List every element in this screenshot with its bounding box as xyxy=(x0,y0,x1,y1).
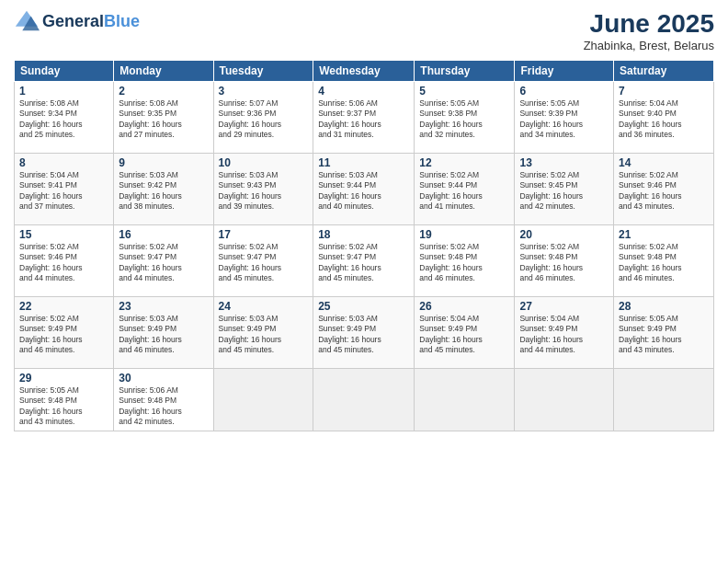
day-info: Sunrise: 5:08 AM Sunset: 9:34 PM Dayligh… xyxy=(19,98,108,141)
week-row-1: 1Sunrise: 5:08 AM Sunset: 9:34 PM Daylig… xyxy=(15,82,714,154)
day-number: 18 xyxy=(318,228,409,241)
day-cell: 28Sunrise: 5:05 AM Sunset: 9:49 PM Dayli… xyxy=(614,297,714,369)
col-header-friday: Friday xyxy=(515,61,614,82)
day-cell: 23Sunrise: 5:03 AM Sunset: 9:49 PM Dayli… xyxy=(114,297,213,369)
week-row-2: 8Sunrise: 5:04 AM Sunset: 9:41 PM Daylig… xyxy=(15,154,714,225)
day-info: Sunrise: 5:06 AM Sunset: 9:37 PM Dayligh… xyxy=(318,98,409,141)
day-number: 20 xyxy=(519,228,609,241)
title-block: June 2025 Zhabinka, Brest, Belarus xyxy=(584,9,714,52)
day-cell: 5Sunrise: 5:05 AM Sunset: 9:38 PM Daylig… xyxy=(415,82,515,154)
day-cell: 19Sunrise: 5:02 AM Sunset: 9:48 PM Dayli… xyxy=(415,225,515,297)
day-info: Sunrise: 5:02 AM Sunset: 9:47 PM Dayligh… xyxy=(318,242,409,284)
day-cell: 10Sunrise: 5:03 AM Sunset: 9:43 PM Dayli… xyxy=(213,154,313,225)
week-row-5: 29Sunrise: 5:05 AM Sunset: 9:48 PM Dayli… xyxy=(15,369,714,431)
day-number: 27 xyxy=(519,300,609,313)
day-cell: 7Sunrise: 5:04 AM Sunset: 9:40 PM Daylig… xyxy=(614,82,714,154)
day-info: Sunrise: 5:03 AM Sunset: 9:49 PM Dayligh… xyxy=(119,314,208,356)
day-cell: 20Sunrise: 5:02 AM Sunset: 9:48 PM Dayli… xyxy=(515,225,614,297)
day-number: 3 xyxy=(219,85,309,98)
day-cell: 8Sunrise: 5:04 AM Sunset: 9:41 PM Daylig… xyxy=(15,154,114,225)
day-cell: 13Sunrise: 5:02 AM Sunset: 9:45 PM Dayli… xyxy=(515,154,614,225)
col-header-monday: Monday xyxy=(114,61,213,82)
day-cell: 4Sunrise: 5:06 AM Sunset: 9:37 PM Daylig… xyxy=(313,82,415,154)
day-cell: 11Sunrise: 5:03 AM Sunset: 9:44 PM Dayli… xyxy=(313,154,415,225)
day-cell: 27Sunrise: 5:04 AM Sunset: 9:49 PM Dayli… xyxy=(515,297,614,369)
day-info: Sunrise: 5:06 AM Sunset: 9:48 PM Dayligh… xyxy=(119,385,208,428)
day-number: 8 xyxy=(19,156,108,169)
day-info: Sunrise: 5:03 AM Sunset: 9:49 PM Dayligh… xyxy=(219,314,309,356)
day-number: 29 xyxy=(19,372,108,385)
day-cell: 22Sunrise: 5:02 AM Sunset: 9:49 PM Dayli… xyxy=(15,297,114,369)
logo-icon xyxy=(14,9,40,35)
day-cell: 2Sunrise: 5:08 AM Sunset: 9:35 PM Daylig… xyxy=(114,82,213,154)
day-number: 13 xyxy=(519,156,609,169)
subtitle: Zhabinka, Brest, Belarus xyxy=(584,39,714,52)
day-cell: 17Sunrise: 5:02 AM Sunset: 9:47 PM Dayli… xyxy=(213,225,313,297)
day-number: 15 xyxy=(19,228,108,241)
day-cell: 26Sunrise: 5:04 AM Sunset: 9:49 PM Dayli… xyxy=(415,297,515,369)
day-cell: 16Sunrise: 5:02 AM Sunset: 9:47 PM Dayli… xyxy=(114,225,213,297)
day-info: Sunrise: 5:04 AM Sunset: 9:40 PM Dayligh… xyxy=(619,98,709,141)
col-header-saturday: Saturday xyxy=(614,61,714,82)
day-number: 16 xyxy=(119,228,208,241)
day-cell: 29Sunrise: 5:05 AM Sunset: 9:48 PM Dayli… xyxy=(15,369,114,431)
day-info: Sunrise: 5:05 AM Sunset: 9:49 PM Dayligh… xyxy=(619,314,709,356)
col-header-tuesday: Tuesday xyxy=(213,61,313,82)
logo: GeneralBlue xyxy=(14,9,140,35)
day-cell xyxy=(614,369,714,431)
day-cell xyxy=(213,369,313,431)
day-cell: 12Sunrise: 5:02 AM Sunset: 9:44 PM Dayli… xyxy=(415,154,515,225)
day-info: Sunrise: 5:02 AM Sunset: 9:47 PM Dayligh… xyxy=(119,242,208,284)
col-header-sunday: Sunday xyxy=(15,61,114,82)
logo-text: GeneralBlue xyxy=(42,13,140,31)
day-info: Sunrise: 5:05 AM Sunset: 9:38 PM Dayligh… xyxy=(419,98,509,141)
day-info: Sunrise: 5:03 AM Sunset: 9:43 PM Dayligh… xyxy=(219,170,309,213)
day-cell: 30Sunrise: 5:06 AM Sunset: 9:48 PM Dayli… xyxy=(114,369,213,431)
day-cell: 15Sunrise: 5:02 AM Sunset: 9:46 PM Dayli… xyxy=(15,225,114,297)
day-info: Sunrise: 5:02 AM Sunset: 9:45 PM Dayligh… xyxy=(519,170,609,213)
day-info: Sunrise: 5:02 AM Sunset: 9:48 PM Dayligh… xyxy=(619,242,709,284)
col-header-thursday: Thursday xyxy=(415,61,515,82)
day-number: 24 xyxy=(219,300,309,313)
day-cell: 14Sunrise: 5:02 AM Sunset: 9:46 PM Dayli… xyxy=(614,154,714,225)
day-number: 10 xyxy=(219,156,309,169)
week-row-3: 15Sunrise: 5:02 AM Sunset: 9:46 PM Dayli… xyxy=(15,225,714,297)
day-cell xyxy=(515,369,614,431)
day-info: Sunrise: 5:03 AM Sunset: 9:42 PM Dayligh… xyxy=(119,170,208,213)
header-row: SundayMondayTuesdayWednesdayThursdayFrid… xyxy=(15,61,714,82)
day-cell: 18Sunrise: 5:02 AM Sunset: 9:47 PM Dayli… xyxy=(313,225,415,297)
day-cell: 1Sunrise: 5:08 AM Sunset: 9:34 PM Daylig… xyxy=(15,82,114,154)
day-number: 2 xyxy=(119,85,208,98)
day-number: 26 xyxy=(419,300,509,313)
day-info: Sunrise: 5:03 AM Sunset: 9:49 PM Dayligh… xyxy=(318,314,409,356)
day-info: Sunrise: 5:02 AM Sunset: 9:48 PM Dayligh… xyxy=(519,242,609,284)
page: GeneralBlue June 2025 Zhabinka, Brest, B… xyxy=(0,0,728,563)
day-cell xyxy=(415,369,515,431)
day-info: Sunrise: 5:08 AM Sunset: 9:35 PM Dayligh… xyxy=(119,98,208,141)
day-number: 17 xyxy=(219,228,309,241)
day-cell xyxy=(313,369,415,431)
day-info: Sunrise: 5:04 AM Sunset: 9:41 PM Dayligh… xyxy=(19,170,108,213)
day-number: 1 xyxy=(19,85,108,98)
day-info: Sunrise: 5:05 AM Sunset: 9:39 PM Dayligh… xyxy=(519,98,609,141)
day-info: Sunrise: 5:04 AM Sunset: 9:49 PM Dayligh… xyxy=(519,314,609,356)
day-info: Sunrise: 5:02 AM Sunset: 9:44 PM Dayligh… xyxy=(419,170,509,213)
calendar: SundayMondayTuesdayWednesdayThursdayFrid… xyxy=(14,60,714,431)
day-info: Sunrise: 5:02 AM Sunset: 9:46 PM Dayligh… xyxy=(19,242,108,284)
day-number: 21 xyxy=(619,228,709,241)
day-info: Sunrise: 5:05 AM Sunset: 9:48 PM Dayligh… xyxy=(19,385,108,428)
day-info: Sunrise: 5:04 AM Sunset: 9:49 PM Dayligh… xyxy=(419,314,509,356)
day-number: 4 xyxy=(318,85,409,98)
col-header-wednesday: Wednesday xyxy=(313,61,415,82)
day-cell: 6Sunrise: 5:05 AM Sunset: 9:39 PM Daylig… xyxy=(515,82,614,154)
day-number: 5 xyxy=(419,85,509,98)
day-number: 7 xyxy=(619,85,709,98)
day-info: Sunrise: 5:02 AM Sunset: 9:49 PM Dayligh… xyxy=(19,314,108,356)
day-number: 11 xyxy=(318,156,409,169)
day-number: 19 xyxy=(419,228,509,241)
day-cell: 25Sunrise: 5:03 AM Sunset: 9:49 PM Dayli… xyxy=(313,297,415,369)
day-info: Sunrise: 5:02 AM Sunset: 9:48 PM Dayligh… xyxy=(419,242,509,284)
day-number: 22 xyxy=(19,300,108,313)
day-number: 30 xyxy=(119,372,208,385)
week-row-4: 22Sunrise: 5:02 AM Sunset: 9:49 PM Dayli… xyxy=(15,297,714,369)
